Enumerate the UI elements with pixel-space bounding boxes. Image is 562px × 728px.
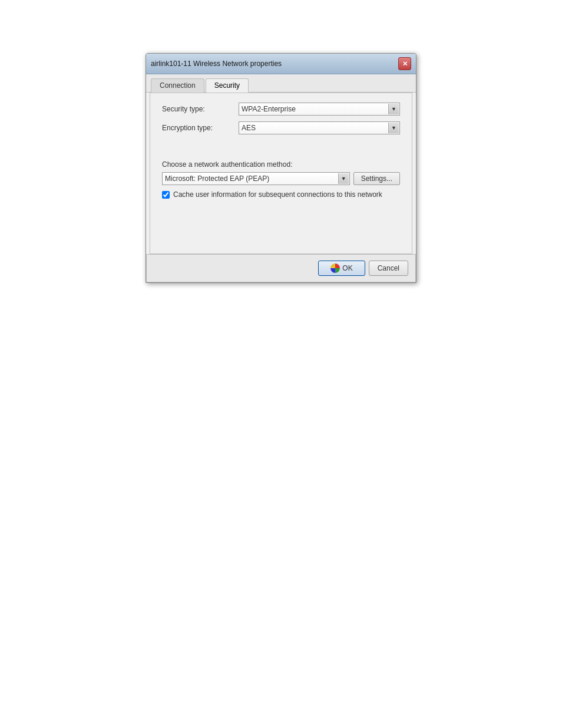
dialog-body: Security type: WPA2-Enterprise WPA-Enter…: [150, 93, 412, 254]
close-button[interactable]: ✕: [398, 57, 411, 70]
title-bar: airlink101-11 Wireless Network propertie…: [146, 54, 416, 74]
auth-section: Choose a network authentication method: …: [162, 160, 400, 200]
cache-checkbox-label: Cache user information for subsequent co…: [173, 190, 382, 200]
encryption-type-select-wrapper: AES TKIP ▼: [239, 121, 400, 134]
settings-button[interactable]: Settings...: [353, 172, 400, 185]
auth-method-row: Microsoft: Protected EAP (PEAP) Microsof…: [162, 172, 400, 185]
security-type-row: Security type: WPA2-Enterprise WPA-Enter…: [162, 103, 400, 116]
encryption-type-label: Encryption type:: [162, 124, 239, 132]
tab-bar: Connection Security: [146, 74, 416, 93]
tab-security[interactable]: Security: [206, 78, 249, 93]
form-section: Security type: WPA2-Enterprise WPA-Enter…: [162, 103, 400, 134]
ok-label: OK: [342, 264, 352, 272]
auth-select-wrapper: Microsoft: Protected EAP (PEAP) Microsof…: [162, 172, 350, 185]
windows-orb-icon: [330, 263, 340, 273]
dialog-footer: OK Cancel: [146, 254, 416, 282]
tab-connection[interactable]: Connection: [151, 78, 204, 93]
security-type-select-wrapper: WPA2-Enterprise WPA-Enterprise WPA2-Pers…: [239, 103, 400, 116]
security-type-label: Security type:: [162, 105, 239, 113]
encryption-type-row: Encryption type: AES TKIP ▼: [162, 121, 400, 134]
cache-checkbox[interactable]: [162, 191, 170, 199]
content-area: Security type: WPA2-Enterprise WPA-Enter…: [162, 103, 400, 244]
dialog-window: airlink101-11 Wireless Network propertie…: [146, 53, 416, 283]
cancel-button[interactable]: Cancel: [369, 261, 408, 276]
auth-method-label: Choose a network authentication method:: [162, 160, 400, 169]
window-title: airlink101-11 Wireless Network propertie…: [151, 60, 282, 68]
cache-checkbox-row: Cache user information for subsequent co…: [162, 190, 400, 200]
encryption-type-select[interactable]: AES TKIP: [239, 121, 400, 134]
auth-method-select[interactable]: Microsoft: Protected EAP (PEAP) Microsof…: [162, 172, 350, 185]
ok-button[interactable]: OK: [318, 261, 365, 276]
security-type-select[interactable]: WPA2-Enterprise WPA-Enterprise WPA2-Pers…: [239, 103, 400, 116]
